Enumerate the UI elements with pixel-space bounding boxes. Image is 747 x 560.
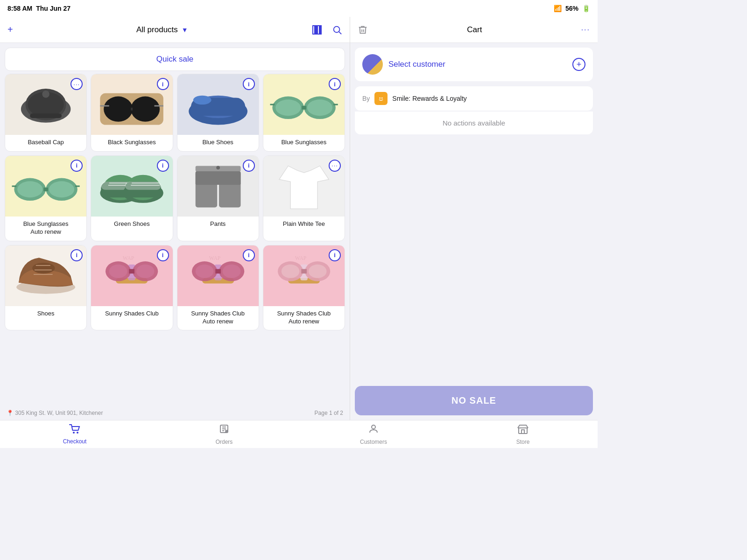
svg-point-30	[275, 99, 301, 116]
products-scroll: ··· Baseball Cap	[0, 74, 350, 406]
svg-point-90	[77, 432, 78, 434]
svg-point-24	[193, 96, 211, 105]
product-info-btn-green-shoes[interactable]: i	[157, 160, 169, 172]
rewards-name: Smile: Rewards & Loyalty	[392, 95, 467, 102]
left-toolbar: + All products ▼	[0, 17, 350, 43]
product-name-blue-sunglasses-auto: Blue SunglassesAuto renew	[5, 217, 86, 241]
orders-icon	[218, 423, 230, 437]
svg-point-37	[17, 181, 42, 197]
svg-point-17	[131, 97, 160, 122]
all-products-dropdown[interactable]: All products ▼	[136, 25, 188, 35]
svg-point-14	[42, 91, 49, 98]
nav-item-checkout[interactable]: Checkout	[0, 420, 149, 448]
svg-rect-75	[215, 269, 221, 273]
product-card-baseball-cap[interactable]: ··· Baseball Cap	[5, 74, 87, 152]
product-card-blue-sunglasses-auto[interactable]: i Blue SunglassesAuto renew	[5, 155, 87, 241]
svg-rect-13	[30, 113, 62, 118]
product-info-btn-blue-sunglasses[interactable]: i	[329, 78, 341, 90]
svg-point-84	[281, 264, 299, 278]
product-more-btn-plain-white-tee[interactable]: ···	[329, 160, 341, 172]
checkout-icon	[69, 424, 81, 437]
left-footer: 📍 305 King St. W, Unit 901, Kitchener Pa…	[0, 406, 350, 420]
nav-item-orders[interactable]: Orders	[149, 420, 299, 448]
select-customer-text: Select customer	[388, 60, 567, 69]
product-card-sunny-shades-auto-1[interactable]: WAP i Sunny Shades ClubAuto renew	[177, 245, 259, 331]
svg-point-95	[372, 425, 375, 429]
svg-point-87	[380, 98, 381, 99]
svg-point-55	[216, 166, 220, 169]
product-info-btn-blue-shoes[interactable]: i	[243, 78, 255, 90]
cart-spacer	[350, 134, 598, 381]
no-actions-text: No actions available	[355, 112, 593, 134]
quick-sale-bar[interactable]: Quick sale	[5, 48, 345, 71]
svg-point-68	[109, 264, 127, 278]
more-options-button[interactable]: ···	[581, 26, 590, 34]
cart-title: Cart	[467, 25, 482, 35]
battery: 56%	[565, 5, 578, 12]
location-text: 📍 305 King St. W, Unit 901, Kitchener	[7, 410, 103, 416]
rewards-by-label: By	[362, 95, 370, 102]
svg-point-8	[334, 26, 340, 32]
all-products-label: All products	[136, 25, 178, 35]
svg-point-69	[136, 264, 155, 278]
svg-rect-96	[519, 428, 527, 434]
product-info-btn-blue-sunglasses-auto[interactable]: i	[70, 160, 83, 172]
svg-text:WAP: WAP	[209, 255, 220, 261]
status-bar-right: 📶 56% 🔋	[554, 5, 590, 12]
product-name-sunny-shades-club: Sunny Shades Club	[91, 306, 172, 322]
svg-point-88	[381, 98, 383, 99]
svg-point-76	[195, 264, 213, 278]
date: Thu Jun 27	[36, 5, 70, 12]
product-card-blue-sunglasses[interactable]: i Blue Sunglasses	[263, 74, 345, 152]
nav-item-customers[interactable]: Customers	[299, 420, 448, 448]
status-bar-left: 8:58 AM Thu Jun 27	[7, 5, 70, 12]
svg-marker-56	[279, 166, 329, 209]
product-card-shoes[interactable]: i Shoes	[5, 245, 87, 331]
bottom-nav: Checkout Orders Customers	[0, 420, 598, 448]
svg-rect-86	[377, 94, 385, 103]
barcode-scan-button[interactable]	[311, 24, 323, 35]
product-card-pants[interactable]: i Pants	[177, 155, 259, 241]
trash-button[interactable]	[358, 25, 368, 35]
product-info-btn-sunny-shades-auto-1[interactable]: i	[243, 249, 255, 261]
dropdown-arrow-icon: ▼	[182, 26, 188, 34]
customers-icon	[368, 423, 379, 437]
svg-rect-18	[131, 108, 133, 111]
svg-point-16	[104, 97, 133, 122]
right-toolbar: Cart ···	[350, 17, 598, 43]
product-card-plain-white-tee[interactable]: ··· Plain White Tee	[263, 155, 345, 241]
nav-item-store[interactable]: Store	[448, 420, 598, 448]
product-card-blue-shoes[interactable]: i Blue Shoes	[177, 74, 259, 152]
status-bar: 8:58 AM Thu Jun 27 📶 56% 🔋	[0, 0, 598, 17]
product-name-sunny-shades-auto-2: Sunny Shades ClubAuto renew	[263, 306, 345, 330]
wifi-icon: 📶	[554, 5, 562, 12]
product-info-btn-black-sunglasses[interactable]: i	[157, 78, 169, 90]
svg-point-31	[307, 99, 332, 116]
product-info-btn-sunny-shades-auto-2[interactable]: i	[329, 249, 341, 261]
select-customer-row[interactable]: Select customer +	[355, 48, 593, 81]
product-card-sunny-shades-club[interactable]: WAP i Sunny Shades Club	[91, 245, 173, 331]
svg-text:WAP: WAP	[295, 255, 307, 261]
svg-point-77	[222, 264, 240, 278]
product-card-green-shoes[interactable]: i Green Shoes	[91, 155, 173, 241]
add-customer-button[interactable]: +	[572, 58, 585, 71]
svg-point-38	[49, 181, 74, 197]
add-button[interactable]: +	[7, 24, 13, 35]
svg-rect-83	[301, 269, 307, 273]
no-sale-button[interactable]: NO SALE	[355, 386, 593, 415]
product-card-sunny-shades-auto-2[interactable]: WAP i Sunny Shades ClubAuto renew	[263, 245, 345, 331]
product-info-btn-shoes[interactable]: i	[70, 249, 83, 261]
svg-rect-1	[316, 26, 317, 34]
customer-avatar	[362, 54, 383, 75]
product-info-btn-sunny-shades-club[interactable]: i	[157, 249, 169, 261]
svg-line-9	[339, 32, 341, 34]
search-button[interactable]	[332, 25, 342, 35]
product-card-black-sunglasses[interactable]: i Black Sunglasses	[91, 74, 173, 152]
product-name-plain-white-tee: Plain White Tee	[263, 217, 345, 233]
svg-rect-67	[129, 269, 135, 273]
store-icon	[517, 423, 529, 437]
location-icon: 📍	[7, 410, 14, 416]
left-panel: + All products ▼	[0, 17, 350, 420]
right-panel: Cart ··· Select customer + By Smile: Re	[350, 17, 598, 420]
product-info-btn-pants[interactable]: i	[243, 160, 255, 172]
